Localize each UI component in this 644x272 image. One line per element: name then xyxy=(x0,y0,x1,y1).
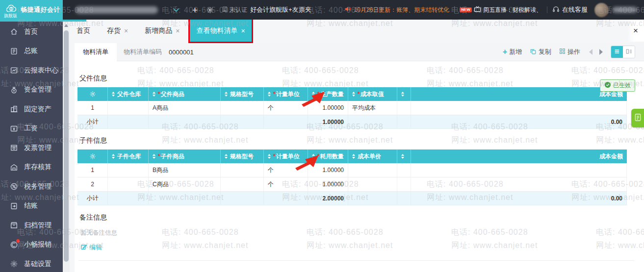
sidebar-item-label: 基础设置 xyxy=(24,260,52,269)
sidebar-item-cloud-reports[interactable]: 云报表中心 xyxy=(0,61,63,80)
announcement[interactable]: 10月26日更新：账簿、期末结转优化 xyxy=(344,5,450,14)
sidebar-item-inventory[interactable]: 库存核算 xyxy=(0,158,63,177)
sort-icon[interactable] xyxy=(153,154,155,159)
sidebar-item-basic-settings[interactable]: 基础设置 xyxy=(0,254,63,272)
remark-section-title: 备注信息 xyxy=(79,213,644,222)
sidebar-item-archive[interactable]: 归档管理 xyxy=(0,216,63,235)
required-asterisk: * xyxy=(158,91,160,98)
sort-icon[interactable] xyxy=(352,92,355,97)
tab-label: 存货 xyxy=(107,26,121,35)
sidebar-item-fixed-assets[interactable]: 固定资产 xyxy=(0,99,63,119)
column-header-1[interactable]: 子件仓库 xyxy=(108,149,149,163)
divider xyxy=(547,6,547,13)
tab-home[interactable]: 首页 xyxy=(70,20,97,42)
operations-button[interactable]: 操作 xyxy=(559,48,580,56)
cell xyxy=(108,177,149,191)
sort-icon[interactable] xyxy=(312,154,315,159)
cell: 2 xyxy=(77,177,108,191)
column-header-2[interactable]: *子件商品 xyxy=(149,149,221,163)
column-settings-gear-icon[interactable] xyxy=(77,87,108,101)
scroll-up-icon[interactable] xyxy=(64,24,68,27)
sort-icon[interactable] xyxy=(401,92,404,97)
column-header-6[interactable]: *成本取值 xyxy=(348,87,397,101)
column-settings-gear-icon[interactable] xyxy=(77,149,108,163)
tab-new-product[interactable]: 新增商品× xyxy=(138,20,186,42)
settings-gear-icon[interactable] xyxy=(206,6,214,14)
card-view-button[interactable] xyxy=(623,46,635,58)
add-account-button[interactable]: + xyxy=(192,5,198,15)
close-icon[interactable]: × xyxy=(176,27,180,34)
close-icon[interactable]: × xyxy=(124,27,128,34)
sort-icon[interactable] xyxy=(401,154,404,159)
tab-stock[interactable]: 存货× xyxy=(101,20,134,42)
sort-icon[interactable] xyxy=(112,92,115,97)
prev-record-button[interactable] xyxy=(589,49,592,55)
chevron-down-icon[interactable] xyxy=(173,8,180,12)
column-header-6[interactable]: 成本单价 xyxy=(348,149,397,163)
account-name-redacted[interactable] xyxy=(76,6,158,14)
sidebar-item-reimburse[interactable]: 小畅报销 xyxy=(0,235,63,255)
table-row[interactable]: 2C商品个1.00000 xyxy=(77,177,627,192)
next-record-button[interactable] xyxy=(599,49,603,55)
online-service-link[interactable]: 在线客服 xyxy=(552,5,588,14)
sidebar-item-salary[interactable]: 工资 xyxy=(0,119,63,139)
copy-icon xyxy=(530,48,537,56)
sidebar-item-label: 总账 xyxy=(24,47,38,55)
add-button[interactable]: +新增 xyxy=(503,48,522,56)
tabbar-tabs: 首页存货×新增商品×查看物料清单× xyxy=(70,20,256,42)
sidebar-item-tax[interactable]: 税务管理 xyxy=(0,177,63,197)
close-all-icon[interactable]: × xyxy=(627,20,644,42)
scrollbar-thumb[interactable] xyxy=(64,30,69,262)
column-header-3[interactable]: 规格型号 xyxy=(221,149,264,163)
column-label: 计量单位 xyxy=(276,152,300,161)
column-header-8[interactable]: 成本金额 xyxy=(411,87,627,101)
sort-icon[interactable] xyxy=(268,92,271,97)
sidebar-item-invoice[interactable]: 发票管理 xyxy=(0,138,63,158)
sort-icon[interactable] xyxy=(268,154,271,159)
sidebar-item-funds[interactable]: 资金管理 xyxy=(0,80,63,100)
column-header-1[interactable]: 父件仓库 xyxy=(108,87,149,101)
cell xyxy=(397,101,411,115)
certification-badge[interactable]: 未认证 xyxy=(222,6,247,14)
brand-logo[interactable]: 畅捷通好会计 旗舰版 xyxy=(0,0,63,20)
sidebar-item-home[interactable]: 首页 xyxy=(0,22,63,42)
invoice-icon xyxy=(10,144,18,152)
sort-icon[interactable] xyxy=(153,92,155,97)
cell: B商品 xyxy=(149,163,221,177)
sort-icon[interactable] xyxy=(352,154,355,159)
column-header-8[interactable]: 成本金额 xyxy=(411,149,627,163)
sidebar-scrollbar[interactable] xyxy=(63,22,70,272)
column-label: 父件仓库 xyxy=(117,90,141,99)
user-avatar[interactable] xyxy=(594,3,609,17)
divider xyxy=(454,6,455,13)
column-header-5[interactable]: *生产数量 xyxy=(308,87,348,101)
archive-icon xyxy=(10,221,18,229)
table-row[interactable]: 1B商品个1.00000 xyxy=(77,163,627,177)
column-header-sort[interactable] xyxy=(397,87,411,101)
sidebar-item-closing[interactable]: 结账 xyxy=(0,197,63,216)
cell: A商品 xyxy=(149,101,221,115)
list-view-button[interactable] xyxy=(611,46,623,58)
sort-icon[interactable] xyxy=(225,154,228,159)
sidebar-item-general-ledger[interactable]: 总账 xyxy=(0,42,63,61)
column-header-5[interactable]: *耗用数量 xyxy=(308,149,348,163)
sort-icon[interactable] xyxy=(112,154,115,159)
sort-icon[interactable] xyxy=(225,92,228,97)
live-broadcast-link[interactable]: NEW 周五直播：财税解读、 xyxy=(460,6,542,14)
sidebar-item-label: 税务管理 xyxy=(24,182,52,191)
column-header-4[interactable]: *计量单位 xyxy=(264,149,308,163)
copy-button[interactable]: 复制 xyxy=(530,48,551,56)
column-header-4[interactable]: *计量单位 xyxy=(264,87,308,101)
column-header-sort[interactable] xyxy=(397,149,411,163)
close-icon[interactable]: × xyxy=(241,27,245,34)
tab-view-bom[interactable]: 查看物料清单× xyxy=(190,20,251,42)
subtotal-cell: 小计 xyxy=(77,192,108,205)
subtab-bom[interactable]: 物料清单 xyxy=(75,43,117,61)
column-header-2[interactable]: *父件商品 xyxy=(149,87,221,101)
quick-doc-button[interactable] xyxy=(631,109,644,127)
report-icon xyxy=(10,66,18,74)
edit-remark-button[interactable]: 编辑 xyxy=(80,243,102,252)
sort-icon[interactable] xyxy=(312,92,315,97)
table-row[interactable]: 1A商品个1.00000平均成本 xyxy=(77,101,627,115)
column-header-3[interactable]: 规格型号 xyxy=(221,87,264,101)
